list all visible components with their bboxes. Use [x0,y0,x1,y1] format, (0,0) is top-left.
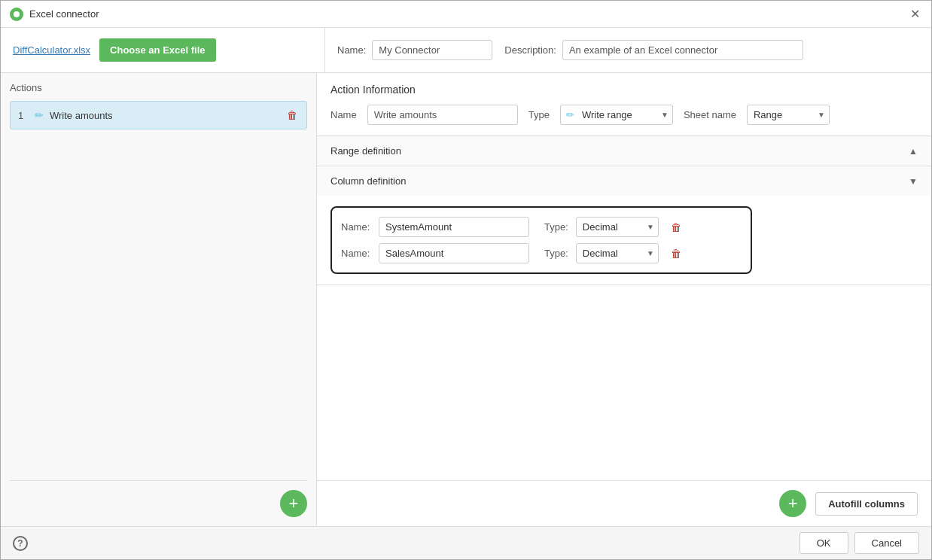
range-collapse-icon: ▲ [909,146,918,157]
range-def-title: Range definition [330,145,401,157]
window-title: Excel connector [29,8,99,20]
footer-buttons: OK Cancel [800,532,919,554]
range-definition-header[interactable]: Range definition ▲ [317,136,931,166]
col2-type-select[interactable]: Decimal Integer String Date [576,243,659,263]
action-label: Write amounts [50,110,279,121]
sheet-name-select[interactable]: Range [747,105,830,125]
action-info-fields: Name Type ✏ Write range ▼ Sheet name Ran… [330,105,918,125]
cancel-button[interactable]: Cancel [854,532,919,554]
action-number: 1 [18,110,29,121]
file-link[interactable]: DiffCalculator.xlsx [13,44,90,56]
add-column-button[interactable]: + [779,490,806,517]
action-name-label: Name [330,109,357,120]
sections-area: Range definition ▲ Column definition ▼ [317,136,931,480]
app-icon [10,8,23,21]
col1-name-input[interactable] [379,217,529,237]
desc-label: Description: [504,44,556,56]
column-definition-header[interactable]: Column definition ▼ [317,166,931,196]
col2-name-label: Name: [341,248,371,259]
name-field-group: Name: [337,40,492,60]
autofill-columns-button[interactable]: Autofill columns [815,492,918,516]
col2-name-input[interactable] [379,243,529,263]
action-info-title: Action Information [330,84,918,96]
actions-title: Actions [10,82,307,93]
top-bar: DiffCalculator.xlsx Choose an Excel file… [1,28,931,73]
col2-type-label: Type: [544,248,568,259]
connector-name-input[interactable] [372,40,492,60]
right-panel: Action Information Name Type ✏ Write ran… [317,73,931,526]
titlebar: Excel connector ✕ [1,1,931,28]
footer-left: ? [13,536,28,551]
name-label: Name: [337,44,366,56]
ok-button[interactable]: OK [800,532,848,554]
col1-trash-icon: 🗑 [671,221,681,233]
top-bar-right: Name: Description: [337,40,919,60]
col1-name-label: Name: [341,221,371,233]
col-collapse-icon: ▼ [909,176,918,187]
col-def-title: Column definition [330,175,406,187]
choose-excel-button[interactable]: Choose an Excel file [99,38,215,62]
col2-type-wrapper: Decimal Integer String Date ▼ [576,243,659,263]
footer: ? OK Cancel [1,526,931,559]
action-type-select[interactable]: Write range [560,105,673,125]
col1-delete-button[interactable]: 🗑 [666,220,686,235]
left-panel: Actions 1 ✏ Write amounts 🗑 + [1,73,317,526]
action-name-input[interactable] [367,105,518,125]
col1-type-wrapper: Decimal Integer String Date ▼ [576,217,659,237]
right-bottom-row: + Autofill columns [317,480,931,526]
main-window: Excel connector ✕ DiffCalculator.xlsx Ch… [0,0,932,560]
column-def-content: Name: Type: Decimal Integer String Date [317,196,931,285]
add-action-button[interactable]: + [280,490,307,517]
titlebar-left: Excel connector [10,8,99,21]
col2-trash-icon: 🗑 [671,248,681,260]
col1-type-label: Type: [544,221,568,233]
connector-desc-input[interactable] [562,40,803,60]
type-label: Type [528,109,550,120]
action-item-write-amounts[interactable]: 1 ✏ Write amounts 🗑 [10,101,307,129]
column-row-1: Name: Type: Decimal Integer String Date [341,217,742,237]
col2-delete-button[interactable]: 🗑 [666,246,686,261]
close-button[interactable]: ✕ [907,7,922,22]
main-content: Actions 1 ✏ Write amounts 🗑 + Action Inf… [1,73,931,526]
top-bar-left: DiffCalculator.xlsx Choose an Excel file [13,28,325,72]
action-pencil-icon: ✏ [35,109,44,121]
sheet-name-label: Sheet name [684,109,736,120]
range-definition-section: Range definition ▲ [317,136,931,166]
type-select-wrapper: ✏ Write range ▼ [560,105,673,125]
col1-type-select[interactable]: Decimal Integer String Date [576,217,659,237]
column-definition-section: Column definition ▼ Name: Type: [317,166,931,285]
left-panel-bottom: + [10,480,307,517]
action-info-section: Action Information Name Type ✏ Write ran… [317,73,931,136]
desc-field-group: Description: [504,40,803,60]
action-delete-button[interactable]: 🗑 [285,108,299,123]
trash-icon: 🗑 [287,109,297,121]
column-row-2: Name: Type: Decimal Integer String Date [341,243,742,263]
column-rows-wrapper: Name: Type: Decimal Integer String Date [330,206,752,274]
help-icon[interactable]: ? [13,536,28,551]
sheet-select-wrapper: Range ▼ [747,105,830,125]
